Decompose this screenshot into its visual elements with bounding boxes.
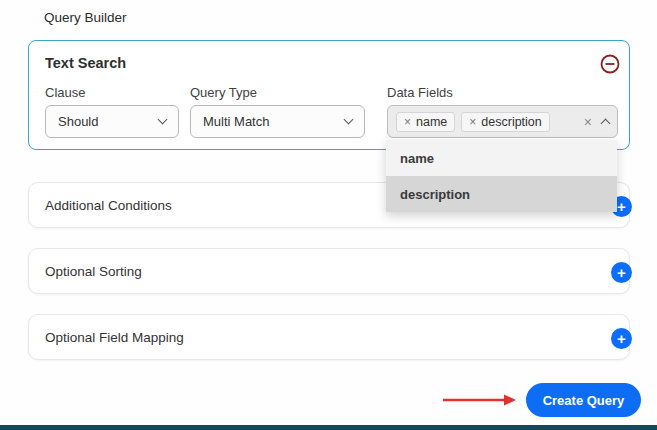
clause-select[interactable]: Should [45,105,179,138]
query-type-select[interactable]: Multi Match [190,105,365,138]
data-fields-label: Data Fields [387,85,453,100]
text-search-title: Text Search [45,55,126,71]
optional-field-mapping-card: Optional Field Mapping + [28,314,630,360]
create-query-button[interactable]: Create Query [526,383,641,417]
query-type-label: Query Type [190,85,257,100]
tag-label: description [481,115,541,129]
plus-icon: + [617,331,626,346]
remove-text-search-button[interactable] [600,54,620,74]
text-search-panel: Text Search Clause Query Type Data Field… [28,40,630,150]
multiselect-controls: × [584,114,609,130]
option-name[interactable]: name [386,140,617,176]
clear-all-icon[interactable]: × [584,114,592,130]
clause-label: Clause [45,85,85,100]
add-sorting-button[interactable]: + [611,262,632,283]
data-fields-multiselect[interactable]: × name × description × [387,105,618,138]
plus-icon: + [617,199,626,214]
data-field-tag: × description [461,112,549,132]
data-field-tag: × name [396,112,455,132]
data-fields-dropdown-menu: name description [386,140,617,212]
chevron-down-icon [344,115,354,125]
optional-sorting-label: Optional Sorting [45,264,142,279]
tag-remove-icon[interactable]: × [469,116,476,128]
bottom-divider [0,425,657,430]
tag-label: name [416,115,447,129]
chevron-down-icon [158,115,168,125]
chevron-up-icon[interactable] [601,119,611,129]
additional-conditions-label: Additional Conditions [45,198,172,213]
clause-select-value: Should [58,114,98,129]
optional-sorting-card: Optional Sorting + [28,248,630,294]
option-description[interactable]: description [386,176,617,212]
optional-field-mapping-label: Optional Field Mapping [45,330,184,345]
query-builder-page: Query Builder Text Search Clause Query T… [0,0,657,430]
pointer-arrow [440,390,520,410]
add-field-mapping-button[interactable]: + [611,328,632,349]
tag-remove-icon[interactable]: × [404,116,411,128]
page-title: Query Builder [44,10,127,25]
query-type-select-value: Multi Match [203,114,269,129]
plus-icon: + [617,265,626,280]
minus-circle-icon [600,54,620,74]
